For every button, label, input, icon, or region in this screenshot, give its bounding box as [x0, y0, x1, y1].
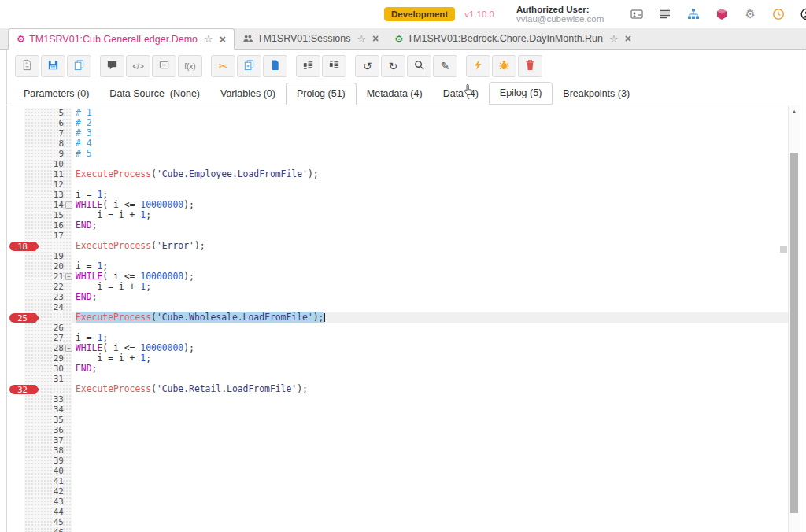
code-line-9[interactable]: 9# 5 — [7, 149, 800, 159]
line-number[interactable]: 27 — [24, 333, 72, 343]
section-tab-data[interactable]: Data Source (None) — [99, 83, 210, 105]
line-number[interactable]: 42 — [24, 486, 72, 497]
line-number[interactable]: 19 — [24, 251, 72, 261]
user-icon[interactable] — [798, 7, 806, 21]
list-icon[interactable] — [656, 7, 674, 21]
code-line-30[interactable]: 30END; — [7, 364, 800, 374]
line-number[interactable]: 41 — [24, 476, 72, 486]
section-tab-data[interactable]: Data (4) — [433, 83, 489, 105]
line-number[interactable]: 13 — [24, 190, 72, 200]
clock-icon[interactable] — [770, 7, 787, 21]
code-line-36[interactable]: 36 — [7, 425, 800, 435]
line-number[interactable]: 36 — [24, 425, 72, 435]
pencil-button[interactable]: ✎ — [433, 55, 457, 77]
main-tab-1[interactable]: TM1SRV01:Sessions☆× — [235, 28, 386, 49]
line-number[interactable]: 11 — [24, 169, 72, 179]
close-tab-icon[interactable]: × — [372, 32, 379, 45]
scrollbar-thumb[interactable] — [790, 153, 798, 513]
section-tab-prolog[interactable]: Prolog (51) — [286, 83, 357, 105]
collapse-button[interactable] — [152, 55, 176, 77]
line-number[interactable]: 7 — [24, 128, 72, 139]
code-line-45[interactable]: 45 — [7, 517, 800, 527]
line-number[interactable]: 28− — [24, 343, 72, 353]
copy-button[interactable] — [67, 55, 91, 77]
line-number[interactable]: 16 — [24, 220, 72, 231]
code-line-12[interactable]: 12 — [7, 179, 800, 190]
run-bolt-button[interactable] — [466, 55, 490, 77]
fold-toggle-icon[interactable]: − — [65, 345, 72, 352]
section-tab-epilog[interactable]: Epilog (5) — [489, 82, 553, 105]
save-button[interactable] — [41, 55, 65, 77]
code-line-33[interactable]: 33 — [7, 394, 800, 405]
indent-button[interactable] — [296, 55, 320, 77]
code-line-15[interactable]: 15 i = i + 1; — [7, 210, 800, 220]
line-number[interactable]: 30 — [24, 364, 72, 374]
code-line-18[interactable]: 1818ExecuteProcess('Error'); — [7, 241, 800, 251]
section-tab-parameters[interactable]: Parameters (0) — [13, 83, 99, 105]
code-line-32[interactable]: 3232ExecuteProcess('Cube.Retail.LoadFrom… — [7, 384, 800, 394]
cube-icon[interactable] — [713, 7, 730, 21]
line-number[interactable]: 15 — [24, 210, 72, 220]
code-line-46[interactable]: 46 — [7, 527, 800, 532]
code-editor[interactable]: 5# 16# 27# 38# 49# 51011ExecuteProcess('… — [7, 105, 800, 532]
undo-button[interactable]: ↺ — [355, 55, 379, 77]
line-number[interactable]: 31 — [24, 374, 72, 384]
gears-icon[interactable]: ⚙ — [741, 7, 759, 21]
line-number[interactable]: 33 — [24, 394, 72, 405]
code-line-40[interactable]: 40 — [7, 466, 800, 476]
line-number[interactable]: 20 — [24, 261, 72, 272]
line-number[interactable]: 23 — [24, 292, 72, 302]
code-line-5[interactable]: 5# 1 — [7, 108, 800, 118]
code-line-44[interactable]: 44 — [7, 507, 800, 517]
close-tab-icon[interactable]: × — [220, 33, 226, 46]
line-number[interactable]: 43 — [24, 497, 72, 507]
line-number[interactable]: 3232 — [24, 384, 72, 394]
code-line-16[interactable]: 16END; — [7, 220, 800, 231]
breakpoint-badge[interactable]: 32 — [9, 385, 35, 394]
line-number[interactable]: 39 — [24, 456, 72, 466]
line-number[interactable]: 1818 — [24, 241, 72, 251]
line-number[interactable]: 37 — [24, 435, 72, 445]
code-line-23[interactable]: 23END; — [7, 292, 800, 302]
line-number[interactable]: 24 — [24, 302, 72, 312]
code-line-39[interactable]: 39 — [7, 456, 800, 466]
code-line-8[interactable]: 8# 4 — [7, 139, 800, 149]
code-line-43[interactable]: 43 — [7, 497, 800, 507]
section-tab-metadata[interactable]: Metadata (4) — [357, 83, 433, 105]
code-line-41[interactable]: 41 — [7, 476, 800, 486]
duplicate-button[interactable] — [237, 55, 261, 77]
code-line-19[interactable]: 19 — [7, 251, 800, 261]
line-number[interactable]: 29 — [24, 353, 72, 364]
code-line-38[interactable]: 38 — [7, 445, 800, 456]
favorite-star-icon[interactable]: ☆ — [204, 33, 213, 45]
sitemap-icon[interactable] — [685, 7, 702, 21]
line-number[interactable]: 21− — [24, 272, 72, 282]
line-number[interactable]: 46 — [24, 527, 72, 532]
code-button[interactable]: </> — [126, 55, 150, 77]
line-number[interactable]: 35 — [24, 415, 72, 425]
code-line-42[interactable]: 42 — [7, 486, 800, 497]
section-tab-variables[interactable]: Variables (0) — [210, 83, 286, 105]
line-number[interactable]: 44 — [24, 507, 72, 517]
debug-bug-button[interactable] — [492, 55, 516, 77]
breakpoint-badge[interactable]: 18 — [9, 242, 35, 251]
line-number[interactable]: 22 — [24, 282, 72, 292]
code-line-7[interactable]: 7# 3 — [7, 128, 800, 139]
section-tab-breakpoints[interactable]: Breakpoints (3) — [553, 83, 640, 105]
scroll-up-icon[interactable]: ▴ — [789, 105, 800, 117]
redo-button[interactable]: ↻ — [381, 55, 405, 77]
document-button[interactable] — [15, 55, 39, 77]
code-line-34[interactable]: 34 — [7, 405, 800, 415]
line-number[interactable]: 9 — [24, 149, 72, 159]
code-line-35[interactable]: 35 — [7, 415, 800, 425]
cut-button[interactable]: ✂ — [211, 55, 235, 77]
line-number[interactable]: 17 — [24, 231, 72, 241]
line-number[interactable]: 8 — [24, 139, 72, 149]
line-number[interactable]: 26 — [24, 323, 72, 333]
delete-trash-button[interactable] — [518, 55, 542, 77]
code-line-37[interactable]: 37 — [7, 435, 800, 445]
code-line-26[interactable]: 26 — [7, 323, 800, 333]
line-number[interactable]: 5 — [24, 108, 72, 118]
breakpoint-badge[interactable]: 25 — [9, 313, 35, 323]
outdent-button[interactable] — [322, 55, 346, 77]
